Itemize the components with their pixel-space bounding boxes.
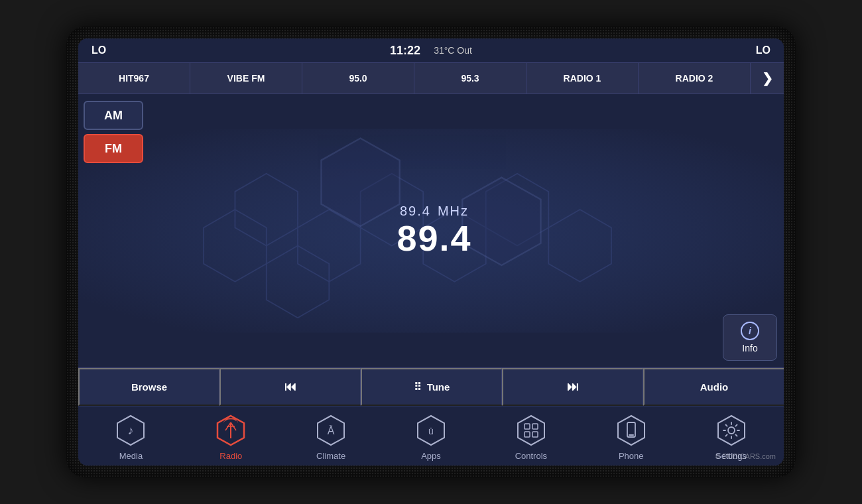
svg-text:ū: ū [428,426,434,436]
nav-media[interactable]: ♪ Media [81,412,181,462]
preset-radio-1[interactable]: RADIO 1 [526,63,639,94]
screen: LO 11:22 31°C Out LO HIT967 VIBE FM 95.0… [78,38,784,466]
preset-vibe-fm[interactable]: VIBE FM [190,63,302,94]
fm-button[interactable]: FM [84,134,143,163]
frequency-display: 89.4 MHz 89.4 [158,94,711,367]
settings-label: Settings [715,451,747,461]
climate-icon: A ~ [314,413,348,448]
main-content: AM FM 89.4 MHz 89.4 i Info [78,94,784,367]
climate-label: Climate [316,451,345,461]
info-label: Info [742,343,757,353]
tune-label: Tune [427,381,450,393]
left-panel: AM FM [78,94,158,367]
next-button[interactable]: ⏭ [502,368,643,406]
browse-button[interactable]: Browse [78,368,219,406]
svg-rect-25 [532,424,538,429]
controls-label: Controls [515,451,547,461]
media-label: Media [119,451,143,461]
preset-hit967[interactable]: HIT967 [78,63,190,94]
phone-label: Phone [619,451,644,461]
svg-rect-24 [524,424,530,429]
svg-rect-30 [629,434,634,436]
nav-phone[interactable]: Phone [581,412,681,462]
status-temperature: 31°C Out [434,45,472,56]
presets-next-button[interactable]: ❯ [751,63,784,94]
tune-button[interactable]: ⠿ Tune [361,368,502,406]
frequency-unit: MHz [438,204,469,219]
radio-icon [214,413,248,448]
apps-icon: ū [414,413,448,448]
svg-text:~: ~ [330,422,333,429]
status-lo-right: LO [756,44,770,56]
svg-rect-27 [532,432,538,437]
prev-button[interactable]: ⏮ [219,368,361,406]
preset-95-3[interactable]: 95.3 [414,63,526,94]
status-time: 11:22 [390,44,420,58]
nav-apps[interactable]: ū Apps [381,412,481,462]
prev-icon: ⏮ [284,380,296,394]
status-lo-left: LO [92,44,106,56]
am-button[interactable]: AM [84,101,143,130]
info-icon: i [741,322,759,340]
nav-climate[interactable]: A ~ Climate [281,412,381,462]
browse-label: Browse [131,381,167,393]
outer-frame: LO 11:22 31°C Out LO HIT967 VIBE FM 95.0… [66,27,796,477]
info-panel: i Info [711,94,784,367]
svg-point-32 [728,427,735,434]
radio-label: Radio [219,451,242,461]
svg-marker-23 [518,416,544,445]
presets-bar: HIT967 VIBE FM 95.0 95.3 RADIO 1 RADIO 2… [78,62,784,94]
nav-settings[interactable]: Settings [681,412,781,462]
next-icon: ⏭ [567,380,579,394]
apps-label: Apps [421,451,441,461]
audio-button[interactable]: Audio [643,368,784,406]
svg-marker-28 [618,416,645,445]
audio-label: Audio [700,381,729,393]
frequency-value: 89.4 [400,204,431,219]
phone-icon [614,413,648,448]
svg-text:♪: ♪ [128,424,134,437]
controls-bar: Browse ⏮ ⠿ Tune ⏭ Audio [78,367,784,406]
settings-icon [714,413,749,448]
preset-radio-2[interactable]: RADIO 2 [639,63,751,94]
media-icon: ♪ [113,413,148,448]
nav-controls[interactable]: Controls [481,412,581,462]
tune-grid-icon: ⠿ [414,381,422,393]
status-bar: LO 11:22 31°C Out LO [78,38,784,62]
info-button[interactable]: i Info [723,314,777,361]
preset-95-0[interactable]: 95.0 [302,63,414,94]
frequency-large: 89.4 [397,219,471,258]
controls-icon [514,413,548,448]
svg-rect-26 [524,432,530,437]
svg-marker-31 [718,416,745,445]
nav-radio[interactable]: Radio [181,412,281,462]
status-center: 11:22 31°C Out [390,44,472,58]
nav-bar: ♪ Media [78,406,784,466]
